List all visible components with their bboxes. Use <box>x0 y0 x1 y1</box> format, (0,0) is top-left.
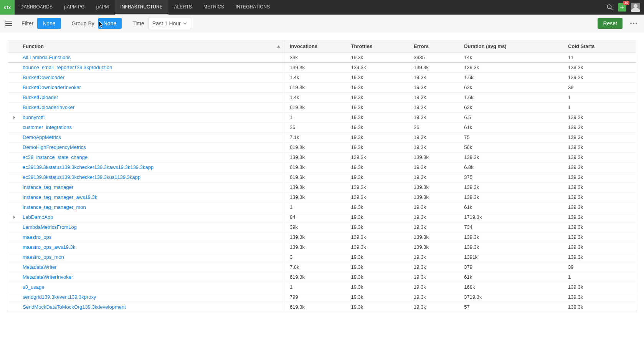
avatar[interactable] <box>631 3 640 12</box>
more-options-icon[interactable] <box>629 21 639 26</box>
function-link[interactable]: ec39_instance_state_change <box>23 154 88 160</box>
cell-duration: 379 <box>459 262 563 272</box>
col-header-errors[interactable]: Errors <box>408 40 459 53</box>
cell-duration: 14k <box>459 53 563 63</box>
reset-button[interactable]: Reset <box>598 18 623 29</box>
cell-errors: 19.3k <box>408 212 459 222</box>
expand-caret-icon[interactable] <box>13 116 15 119</box>
cell-errors: 19.3k <box>408 222 459 232</box>
table-row: instance_tag_manager_mon119.3k19.3k61k13… <box>8 202 636 212</box>
cell-errors: 19.3k <box>408 302 459 312</box>
cell-coldstarts: 139.3k <box>563 222 636 232</box>
create-button[interactable]: 39 <box>618 3 626 12</box>
nav-item-infrastructure[interactable]: INFRASTRUCTURE <box>115 0 168 15</box>
chevron-down-icon <box>183 21 187 25</box>
nav-item-alerts[interactable]: ALERTS <box>168 0 198 15</box>
groupby-value-pill[interactable]: None <box>98 18 122 29</box>
cell-duration: 56k <box>459 142 563 152</box>
function-link[interactable]: MetadataWriterInvoker <box>23 274 73 280</box>
cell-function: instance_tag_manager <box>8 182 284 192</box>
table-row: All Lambda Functions33k19.3k393514k11 <box>8 53 636 63</box>
function-link[interactable]: instance_tag_manager_mon <box>23 204 86 210</box>
function-link[interactable]: instance_tag_manager_aws19.3k <box>23 194 97 200</box>
groupby-control: Group By None <box>72 18 122 29</box>
function-link[interactable]: BucketDownloaderInvoker <box>23 84 81 90</box>
function-link[interactable]: ec39139.3kstatus139.3kchecker139.3kus113… <box>23 174 140 180</box>
cell-invocations: 3 <box>284 252 346 262</box>
cell-invocations: 619.3k <box>284 172 346 182</box>
table-row: MetadataWriterInvoker619.3k19.3k19.3k61k… <box>8 272 636 282</box>
function-link[interactable]: sendgrid139.3kevent139.3kproxy <box>23 294 96 300</box>
cell-duration: 6.5 <box>459 112 563 122</box>
function-link[interactable]: BucketUploader <box>23 94 58 100</box>
function-link[interactable]: All Lambda Functions <box>23 55 71 60</box>
function-link[interactable]: DemoAppMetrics <box>23 134 61 140</box>
table-row: DemoHighFrequencyMetrics619.3k19.3k19.3k… <box>8 142 636 152</box>
cell-coldstarts: 11 <box>563 53 636 63</box>
hamburger-icon[interactable] <box>5 21 15 26</box>
cell-invocations: 619.3k <box>284 142 346 152</box>
cell-errors: 19.3k <box>408 83 459 93</box>
cell-duration: 75 <box>459 132 563 142</box>
function-link[interactable]: SendMockDataToMockOrg139.3kdevelopment <box>23 304 126 310</box>
cell-throttles: 19.3k <box>346 162 409 172</box>
function-link[interactable]: instance_tag_manager <box>23 184 73 190</box>
svg-line-1 <box>611 8 613 10</box>
table-row: BucketUploaderInvoker619.3k19.3k19.3k63k… <box>8 103 636 112</box>
function-link[interactable]: ec39139.3kstatus139.3kchecker139.3kaws19… <box>23 164 154 170</box>
nav-item-metrics[interactable]: METRICS <box>198 0 230 15</box>
cell-invocations: 139.3k <box>284 63 346 73</box>
cell-coldstarts: 139.3k <box>563 122 636 132</box>
time-select[interactable]: Past 1 Hour <box>148 18 191 29</box>
svg-point-0 <box>607 5 611 9</box>
cell-coldstarts: 139.3k <box>563 63 636 73</box>
search-icon[interactable] <box>606 4 613 11</box>
cell-throttles: 139.3k <box>346 192 409 202</box>
cell-coldstarts: 139.3k <box>563 112 636 122</box>
nav-item--apm[interactable]: µAPM <box>91 0 115 15</box>
cell-duration: 6.8k <box>459 162 563 172</box>
col-header-coldstarts[interactable]: Cold Starts <box>563 40 636 53</box>
cell-function: DemoHighFrequencyMetrics <box>8 142 284 152</box>
function-link[interactable]: maestro_ops_mon <box>23 254 64 260</box>
cell-duration: 61k <box>459 202 563 212</box>
cell-function: SendMockDataToMockOrg139.3kdevelopment <box>8 302 284 312</box>
filter-value-pill[interactable]: None <box>37 18 61 29</box>
cell-invocations: 7.1k <box>284 132 346 142</box>
table-row: MetadataWriter7.8k19.3k19.3k37939 <box>8 262 636 272</box>
cell-coldstarts: 139.3k <box>563 302 636 312</box>
cell-throttles: 139.3k <box>346 232 409 242</box>
function-link[interactable]: bunnyrotfl <box>23 114 45 120</box>
function-link[interactable]: BucketDownloader <box>23 74 64 80</box>
cell-throttles: 19.3k <box>346 202 409 212</box>
function-link[interactable]: BucketUploaderInvoker <box>23 104 74 110</box>
brand-logo[interactable]: sfx <box>0 0 15 15</box>
function-link[interactable]: LambdaMetricsFromLog <box>23 224 77 230</box>
col-header-invocations[interactable]: Invocations <box>284 40 346 53</box>
function-link[interactable]: bounce_email_reporter139.3kproduction <box>23 64 112 70</box>
cell-throttles: 19.3k <box>346 73 409 83</box>
cell-duration: 375 <box>459 172 563 182</box>
cell-coldstarts: 139.3k <box>563 202 636 212</box>
function-link[interactable]: s3_usage <box>23 284 44 290</box>
function-link[interactable]: maestro_ops_aws19.3k <box>23 244 75 250</box>
cell-duration: 1391k <box>459 252 563 262</box>
col-header-throttles[interactable]: Throttles <box>346 40 409 53</box>
col-header-function[interactable]: Function <box>8 40 284 53</box>
function-link[interactable]: customer_integrations <box>23 124 72 130</box>
nav-item--apm-pg[interactable]: µAPM PG <box>58 0 91 15</box>
function-link[interactable]: LabDemoApp <box>23 214 53 220</box>
nav-item-integrations[interactable]: INTEGRATIONS <box>230 0 276 15</box>
function-link[interactable]: MetadataWriter <box>23 264 57 270</box>
expand-caret-icon[interactable] <box>13 216 15 219</box>
table-row: bunnyrotfl119.3k19.3k6.5139.3k <box>8 112 636 122</box>
col-header-function-label: Function <box>23 43 44 49</box>
function-link[interactable]: maestro_ops <box>23 234 51 240</box>
cell-function: sendgrid139.3kevent139.3kproxy <box>8 292 284 302</box>
cell-invocations: 139.3k <box>284 232 346 242</box>
groupby-label: Group By <box>72 20 94 26</box>
cell-function: MetadataWriterInvoker <box>8 272 284 282</box>
function-link[interactable]: DemoHighFrequencyMetrics <box>23 144 86 150</box>
col-header-duration[interactable]: Duration (avg ms) <box>459 40 563 53</box>
nav-item-dashboards[interactable]: DASHBOARDS <box>15 0 58 15</box>
